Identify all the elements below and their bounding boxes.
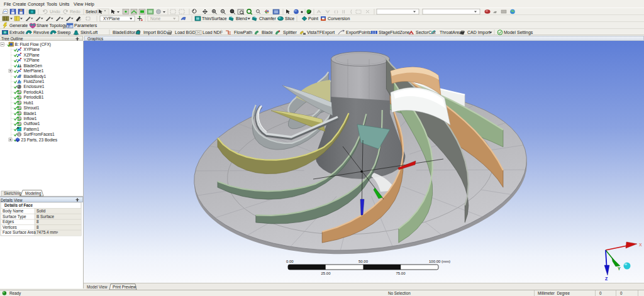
svg-text:Skin/Loft: Skin/Loft xyxy=(80,30,97,35)
svg-text:Tree Outline: Tree Outline xyxy=(1,36,23,41)
svg-text:Face Surface Area: Face Surface Area xyxy=(3,230,36,234)
svg-text:8: 8 xyxy=(36,225,39,229)
svg-text:75.00: 75.00 xyxy=(396,271,406,275)
svg-text:Thin/Surface: Thin/Surface xyxy=(202,16,227,21)
svg-text:Enclosure1: Enclosure1 xyxy=(24,84,45,89)
svg-text:0.00: 0.00 xyxy=(286,260,294,263)
svg-text:Millimeter Degree: Millimeter Degree xyxy=(538,291,570,296)
svg-text:Blade1: Blade1 xyxy=(24,111,37,116)
svg-text:Redo: Redo xyxy=(70,9,80,14)
svg-text:Pattern1: Pattern1 xyxy=(24,127,40,131)
svg-text:BladeEditor:: BladeEditor: xyxy=(113,30,136,35)
svg-text:0: 0 xyxy=(599,291,602,295)
svg-text:50.00: 50.00 xyxy=(358,260,369,263)
svg-text:100.00 (mm): 100.00 (mm) xyxy=(429,260,450,263)
svg-text:Extrude: Extrude xyxy=(9,30,25,35)
svg-text:YZPlane: YZPlane xyxy=(24,58,40,62)
svg-text:Inflow1: Inflow1 xyxy=(24,116,37,121)
svg-text:ThroatArea: ThroatArea xyxy=(440,30,462,35)
svg-text:Sketching: Sketching xyxy=(4,191,21,196)
svg-text:Conversion: Conversion xyxy=(328,16,350,21)
svg-text:FluidZone1: FluidZone1 xyxy=(24,79,45,84)
svg-text:Blade: Blade xyxy=(262,30,273,35)
svg-text:25.00: 25.00 xyxy=(321,271,331,275)
svg-text:Details View: Details View xyxy=(1,198,23,202)
svg-text:Details of Face: Details of Face xyxy=(4,203,33,207)
svg-text:No Selection: No Selection xyxy=(388,291,411,295)
svg-text:Hub1: Hub1 xyxy=(24,101,34,105)
svg-text:Body Name: Body Name xyxy=(3,209,24,214)
svg-text:Parameters: Parameters xyxy=(74,23,97,28)
svg-text:Select: Select xyxy=(86,9,97,14)
svg-text:Surface Type: Surface Type xyxy=(3,214,26,219)
svg-text:Load BGD: Load BGD xyxy=(175,30,196,35)
svg-text:Model Settings: Model Settings xyxy=(504,30,533,35)
svg-text:Share Topology: Share Topology xyxy=(36,23,67,28)
svg-text:X: X xyxy=(639,243,642,247)
svg-text:Load NDF: Load NDF xyxy=(203,30,223,35)
svg-text:Concept: Concept xyxy=(28,1,45,7)
svg-text:Solid: Solid xyxy=(36,209,46,213)
svg-text:Generate: Generate xyxy=(9,23,28,28)
svg-text:0: 0 xyxy=(620,291,623,295)
svg-text:Revolve: Revolve xyxy=(33,30,49,35)
svg-text:P: P xyxy=(68,25,70,28)
svg-text:Create: Create xyxy=(13,1,26,7)
svg-text:Tools: Tools xyxy=(47,1,57,7)
svg-text:Sweep: Sweep xyxy=(57,30,71,35)
svg-text:Z: Z xyxy=(605,277,608,281)
svg-text:XYPlane: XYPlane xyxy=(103,16,120,21)
svg-text:Chamfer: Chamfer xyxy=(259,16,277,21)
svg-text:FlowPath: FlowPath xyxy=(234,30,252,35)
svg-text:MerPlane1: MerPlane1 xyxy=(24,69,44,73)
svg-text:Model View: Model View xyxy=(87,285,108,289)
svg-text:XZPlane: XZPlane xyxy=(24,53,40,57)
svg-text:Shroud1: Shroud1 xyxy=(24,106,40,110)
svg-text:Units: Units xyxy=(59,1,70,7)
svg-text:Point: Point xyxy=(308,16,318,21)
svg-text:None: None xyxy=(150,16,160,21)
svg-text:Splitter: Splitter xyxy=(283,30,297,35)
svg-text:B: Fluid Flow (CFX): B: Fluid Flow (CFX) xyxy=(15,42,52,47)
svg-text:File: File xyxy=(4,1,11,7)
svg-text:Ready: Ready xyxy=(9,291,21,296)
svg-text:Import BGD: Import BGD xyxy=(143,30,167,35)
svg-text:CAD Import: CAD Import xyxy=(467,30,491,35)
svg-text:7475.4 mm²: 7475.4 mm² xyxy=(36,230,58,234)
svg-text:Modeling: Modeling xyxy=(25,191,42,196)
svg-text:Outflow1: Outflow1 xyxy=(24,121,40,126)
svg-text:23 Parts, 23 Bodies: 23 Parts, 23 Bodies xyxy=(21,138,58,142)
svg-text:Y: Y xyxy=(618,266,621,271)
svg-text:ExportPoints: ExportPoints xyxy=(346,30,371,35)
svg-text:Help: Help xyxy=(85,1,94,7)
svg-text:PeriodicB1: PeriodicB1 xyxy=(24,95,44,99)
svg-text:Print Preview: Print Preview xyxy=(113,285,136,289)
svg-text:View: View xyxy=(74,1,84,7)
svg-text:Edges: Edges xyxy=(3,219,14,224)
svg-text:BladeGen: BladeGen xyxy=(24,63,43,68)
svg-text:B Surface: B Surface xyxy=(36,214,55,219)
svg-text:SurfFromFaces1: SurfFromFaces1 xyxy=(24,132,55,136)
svg-text:XYPlane: XYPlane xyxy=(24,47,40,52)
svg-text:Slice: Slice xyxy=(285,16,294,21)
svg-text:8: 8 xyxy=(36,219,39,224)
svg-text:Vertices: Vertices xyxy=(3,225,17,229)
svg-text:Blend: Blend xyxy=(236,16,247,21)
svg-text:VistaTFExport: VistaTFExport xyxy=(307,30,335,35)
svg-text:Undo: Undo xyxy=(50,9,60,14)
svg-text:StageFluidZone: StageFluidZone xyxy=(379,30,410,35)
svg-text:BladeBody1: BladeBody1 xyxy=(24,74,47,79)
svg-text:PeriodicA1: PeriodicA1 xyxy=(24,90,44,94)
